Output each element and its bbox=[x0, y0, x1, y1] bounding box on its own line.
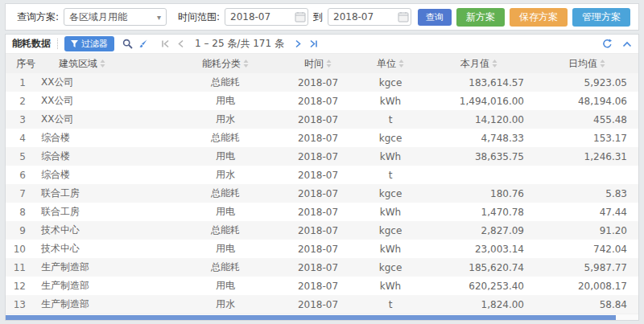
cell-category: 总能耗 bbox=[173, 131, 278, 145]
pagination-text: 1 – 25 条/共 171 条 bbox=[195, 37, 284, 51]
cell-daily-avg: 91.20 bbox=[535, 225, 638, 236]
calendar-icon[interactable] bbox=[295, 11, 306, 23]
table-row[interactable]: 6 综合楼 用水 2018-07 t bbox=[6, 166, 638, 184]
cell-index: 1 bbox=[6, 77, 36, 88]
cell-daily-avg: 153.17 bbox=[535, 133, 638, 144]
cell-index: 5 bbox=[6, 151, 36, 162]
cell-time: 2018-07 bbox=[278, 188, 358, 199]
cell-area: 综合楼 bbox=[36, 168, 173, 182]
next-page-icon[interactable] bbox=[295, 39, 302, 48]
cell-month-value: 183,614.57 bbox=[423, 77, 535, 88]
cell-unit: kgce bbox=[358, 262, 423, 273]
cell-index: 6 bbox=[6, 170, 36, 181]
sort-icon bbox=[326, 59, 332, 68]
col-header-month-value[interactable]: 本月值 bbox=[423, 57, 535, 71]
table-row[interactable]: 11 生产制造部 总能耗 2018-07 kgce 185,620.74 5,9… bbox=[6, 258, 638, 277]
cell-daily-avg: 5,987.77 bbox=[535, 262, 638, 273]
cell-month-value: 1,470.78 bbox=[423, 207, 535, 218]
cell-category: 用电 bbox=[173, 242, 278, 256]
cell-unit: kgce bbox=[358, 77, 423, 88]
prev-page-icon[interactable] bbox=[177, 39, 184, 48]
col-header-time[interactable]: 时间 bbox=[278, 57, 358, 71]
table-row[interactable]: 4 综合楼 总能耗 2018-07 kgce 4,748.33 153.17 bbox=[6, 129, 638, 147]
divider bbox=[57, 39, 58, 49]
table-row[interactable]: 9 技术中心 总能耗 2018-07 kgce 2,827.09 91.20 bbox=[6, 221, 638, 240]
calendar-icon[interactable] bbox=[398, 11, 409, 23]
horizontal-scrollbar-thumb[interactable] bbox=[6, 315, 616, 320]
table-row[interactable]: 2 XX公司 用电 2018-07 kWh 1,494,016.00 48,19… bbox=[6, 92, 638, 110]
cell-unit: kgce bbox=[358, 225, 423, 236]
horizontal-scrollbar-track[interactable] bbox=[6, 314, 638, 320]
cell-daily-avg: 1,246.31 bbox=[535, 151, 638, 162]
cell-month-value: 38,635.75 bbox=[423, 151, 535, 162]
filter-funnel-icon bbox=[71, 40, 78, 47]
table-row[interactable]: 1 XX公司 总能耗 2018-07 kgce 183,614.57 5,923… bbox=[6, 73, 638, 92]
cell-area: 技术中心 bbox=[36, 224, 173, 237]
table-row[interactable]: 5 综合楼 用电 2018-07 kWh 38,635.75 1,246.31 bbox=[6, 147, 638, 166]
table-row[interactable]: 10 技术中心 用电 2018-07 kWh 23,003.14 742.04 bbox=[6, 240, 638, 258]
sort-icon bbox=[100, 59, 105, 68]
cell-category: 用电 bbox=[173, 94, 278, 108]
cell-index: 13 bbox=[6, 299, 36, 310]
col-header-unit[interactable]: 单位 bbox=[358, 57, 423, 71]
cell-time: 2018-07 bbox=[278, 244, 358, 255]
cell-category: 总能耗 bbox=[173, 76, 278, 89]
table-row[interactable]: 7 联合工房 总能耗 2018-07 kgce 180.76 5.83 bbox=[6, 184, 638, 203]
cell-category: 用电 bbox=[173, 279, 278, 293]
collapse-up-icon[interactable] bbox=[622, 41, 632, 47]
cell-index: 4 bbox=[6, 133, 36, 144]
cell-daily-avg: 5,923.05 bbox=[535, 77, 638, 88]
brush-icon[interactable] bbox=[138, 39, 148, 49]
search-icon[interactable] bbox=[122, 39, 133, 49]
cell-daily-avg: 20,008.17 bbox=[535, 281, 638, 292]
cell-daily-avg: 48,194.06 bbox=[535, 96, 638, 107]
col-header-category[interactable]: 能耗分类 bbox=[173, 57, 278, 71]
col-header-index[interactable]: 序号 bbox=[6, 57, 36, 71]
cell-time: 2018-07 bbox=[278, 170, 358, 181]
manage-plan-button[interactable]: 管理方案 bbox=[572, 8, 630, 27]
cell-area: XX公司 bbox=[36, 113, 173, 126]
cell-daily-avg: 455.48 bbox=[535, 114, 638, 125]
table-row[interactable]: 8 联合工房 用电 2018-07 kWh 1,470.78 47.44 bbox=[6, 203, 638, 221]
table-row[interactable]: 12 生产制造部 用电 2018-07 kWh 620,253.40 20,00… bbox=[6, 277, 638, 295]
panel-title: 能耗数据 bbox=[12, 37, 51, 51]
cell-month-value: 620,253.40 bbox=[423, 281, 535, 292]
col-header-daily-avg[interactable]: 日均值 bbox=[535, 57, 638, 71]
cell-unit: t bbox=[358, 114, 423, 125]
cell-category: 总能耗 bbox=[173, 224, 278, 237]
cell-month-value: 1,824.00 bbox=[423, 299, 535, 310]
refresh-icon[interactable] bbox=[602, 39, 613, 49]
plan-select[interactable]: 各区域月用能 ▾ bbox=[64, 8, 167, 26]
query-toolbar: 查询方案: 各区域月用能 ▾ 时间范围: 到 查询 新方案 保存方案 管理方案 bbox=[5, 3, 639, 31]
cell-daily-avg: 742.04 bbox=[535, 244, 638, 255]
cell-category: 用水 bbox=[173, 113, 278, 126]
cell-month-value: 14,120.00 bbox=[423, 114, 535, 125]
cell-time: 2018-07 bbox=[278, 151, 358, 162]
pagination: 1 – 25 条/共 171 条 bbox=[161, 37, 318, 51]
cell-index: 3 bbox=[6, 114, 36, 125]
cell-time: 2018-07 bbox=[278, 225, 358, 236]
cell-index: 12 bbox=[6, 281, 36, 292]
cell-area: 技术中心 bbox=[36, 242, 173, 256]
table-row[interactable]: 3 XX公司 用水 2018-07 t 14,120.00 455.48 bbox=[6, 110, 638, 129]
cell-area: 综合楼 bbox=[36, 131, 173, 145]
cell-daily-avg: 47.44 bbox=[535, 207, 638, 218]
first-page-icon[interactable] bbox=[161, 39, 170, 48]
cell-category: 总能耗 bbox=[173, 260, 278, 274]
table-row[interactable]: 13 生产制造部 用水 2018-07 t 1,824.00 58.84 bbox=[6, 295, 638, 314]
cell-category: 用水 bbox=[173, 297, 278, 311]
new-plan-button[interactable]: 新方案 bbox=[456, 8, 505, 27]
table-body: 1 XX公司 总能耗 2018-07 kgce 183,614.57 5,923… bbox=[6, 73, 638, 314]
cell-unit: kWh bbox=[358, 281, 423, 292]
cell-time: 2018-07 bbox=[278, 96, 358, 107]
cell-time: 2018-07 bbox=[278, 133, 358, 144]
filter-button[interactable]: 过滤器 bbox=[64, 36, 114, 51]
col-header-area[interactable]: 建筑区域 bbox=[36, 57, 173, 71]
cell-month-value: 185,620.74 bbox=[423, 262, 535, 273]
sort-icon bbox=[492, 59, 497, 68]
cell-index: 2 bbox=[6, 96, 36, 107]
last-page-icon[interactable] bbox=[309, 39, 318, 48]
search-button[interactable]: 查询 bbox=[418, 9, 452, 26]
save-plan-button[interactable]: 保存方案 bbox=[510, 8, 568, 27]
cell-time: 2018-07 bbox=[278, 77, 358, 88]
